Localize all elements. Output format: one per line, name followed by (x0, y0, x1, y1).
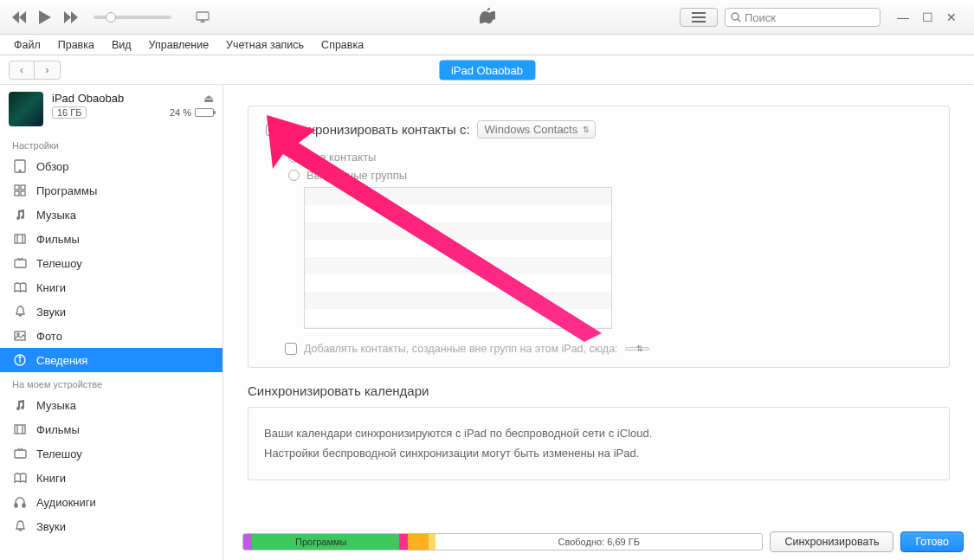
sync-contacts-checkbox[interactable] (266, 124, 278, 136)
svg-rect-12 (15, 235, 25, 243)
bottom-bar: Программы Свободно: 6,69 ГБ Синхронизиро… (242, 529, 964, 555)
calendar-info-line1: Ваши календари синхронизируются с iPad п… (264, 423, 933, 443)
music-icon (12, 207, 28, 222)
window-close-button[interactable]: ✕ (939, 9, 964, 26)
svg-rect-8 (15, 185, 19, 190)
svg-rect-10 (15, 191, 19, 196)
tablet-icon (12, 158, 28, 174)
titlebar-right-controls: Поиск — ☐ ✕ (680, 0, 964, 35)
storage-free-label: Свободно: 6,69 ГБ (435, 534, 762, 550)
nav-forward-button[interactable]: › (35, 61, 61, 80)
sidebar-device-music[interactable]: Музыка (0, 393, 223, 417)
volume-slider[interactable] (94, 16, 171, 19)
tv-icon (12, 255, 28, 271)
add-outside-checkbox[interactable] (285, 343, 297, 355)
groups-listbox[interactable] (304, 187, 612, 329)
chevron-updown-icon: ⇅ (583, 126, 590, 134)
nav-back-button[interactable]: ‹ (9, 61, 35, 80)
menu-help[interactable]: Справка (314, 37, 371, 53)
svg-rect-32 (23, 504, 25, 507)
search-icon (731, 12, 741, 23)
svg-rect-1 (692, 12, 706, 14)
sidebar-item-label: Фильмы (36, 423, 80, 436)
svg-point-4 (732, 13, 739, 20)
sync-contacts-label: Синхронизировать контакты с: (285, 122, 470, 137)
device-name-pill[interactable]: iPad Obaobab (439, 60, 535, 80)
play-button[interactable] (35, 7, 55, 28)
film-icon (12, 231, 28, 247)
svg-rect-11 (21, 191, 25, 196)
sidebar-item-tvshows[interactable]: Телешоу (0, 251, 223, 275)
music-icon (12, 397, 28, 413)
window-maximize-button[interactable]: ☐ (915, 9, 939, 26)
search-placeholder: Поиск (745, 11, 776, 24)
menubar: Файл Правка Вид Управление Учетная запис… (0, 35, 974, 55)
radio-all-contacts[interactable] (288, 151, 300, 163)
svg-point-20 (17, 333, 19, 335)
sidebar-item-label: Телешоу (36, 447, 82, 460)
sync-button[interactable]: Синхронизировать (770, 531, 893, 552)
calendar-info-panel: Ваши календари синхронизируются с iPad п… (248, 407, 950, 480)
sidebar-item-label: Аудиокниги (36, 496, 96, 509)
info-icon (12, 352, 28, 368)
sidebar-item-label: Обзор (36, 160, 69, 173)
svg-rect-0 (197, 12, 209, 20)
sidebar: iPad Obaobab ⏏ 16 ГБ 24 % Настройки Обзо… (0, 85, 223, 560)
list-view-toggle[interactable] (680, 8, 718, 27)
airplay-icon[interactable] (194, 9, 211, 26)
content-pane: Синхронизировать контакты с: Windows Con… (223, 85, 974, 560)
sidebar-item-music[interactable]: Музыка (0, 203, 223, 227)
menu-account[interactable]: Учетная запись (219, 37, 311, 53)
bell-icon (12, 304, 28, 319)
next-button[interactable] (61, 7, 81, 28)
book-icon (12, 470, 28, 486)
sync-contacts-panel: Синхронизировать контакты с: Windows Con… (248, 106, 950, 368)
eject-icon[interactable]: ⏏ (203, 92, 214, 105)
radio-selected-label: Выбранные группы (306, 169, 407, 182)
window-minimize-button[interactable]: — (891, 9, 915, 26)
svg-rect-15 (15, 260, 26, 267)
bell-icon (12, 518, 28, 534)
menu-view[interactable]: Вид (105, 37, 139, 53)
svg-point-7 (19, 170, 20, 171)
menu-control[interactable]: Управление (142, 37, 216, 53)
radio-all-label: Все контакты (306, 151, 376, 164)
sidebar-item-label: Программы (36, 184, 97, 197)
calendar-info-line2: Настройки беспроводной синхронизации мог… (264, 443, 933, 463)
svg-rect-3 (692, 21, 706, 23)
previous-button[interactable] (9, 7, 29, 28)
sidebar-item-photos[interactable]: Фото (0, 324, 223, 348)
add-outside-label: Добавлять контакты, созданные вне групп … (304, 343, 618, 355)
capacity-badge: 16 ГБ (52, 106, 87, 119)
svg-rect-2 (692, 16, 706, 18)
apps-icon (12, 183, 28, 198)
svg-rect-24 (15, 425, 25, 434)
done-button[interactable]: Готово (900, 531, 964, 552)
add-outside-select[interactable]: ⇅ (625, 347, 649, 351)
sidebar-item-label: Фото (36, 330, 62, 343)
book-icon (12, 280, 28, 295)
sidebar-item-apps[interactable]: Программы (0, 178, 223, 203)
storage-usage-bar[interactable]: Программы Свободно: 6,69 ГБ (242, 533, 763, 550)
sidebar-item-label: Музыка (36, 209, 76, 222)
sync-contacts-select[interactable]: Windows Contacts ⇅ (477, 120, 597, 138)
battery-icon (195, 108, 214, 117)
radio-selected-groups[interactable] (288, 170, 300, 181)
search-input[interactable]: Поиск (725, 8, 880, 27)
sidebar-item-info[interactable]: Сведения (0, 348, 223, 372)
menu-file[interactable]: Файл (7, 37, 48, 53)
sidebar-item-tones[interactable]: Звуки (0, 299, 223, 324)
sync-calendars-title: Синхронизировать календари (248, 383, 950, 398)
sidebar-device-tones[interactable]: Звуки (0, 514, 223, 538)
sidebar-device-tvshows[interactable]: Телешоу (0, 441, 223, 466)
sidebar-device-audiobooks[interactable]: Аудиокниги (0, 490, 223, 514)
sidebar-item-label: Фильмы (36, 233, 80, 246)
sidebar-device-books[interactable]: Книги (0, 466, 223, 490)
sidebar-item-books[interactable]: Книги (0, 275, 223, 299)
sidebar-item-movies[interactable]: Фильмы (0, 227, 223, 251)
menu-edit[interactable]: Правка (51, 37, 101, 53)
film-icon (12, 422, 28, 437)
svg-rect-27 (15, 450, 26, 458)
sidebar-device-movies[interactable]: Фильмы (0, 417, 223, 441)
sidebar-item-overview[interactable]: Обзор (0, 154, 223, 178)
